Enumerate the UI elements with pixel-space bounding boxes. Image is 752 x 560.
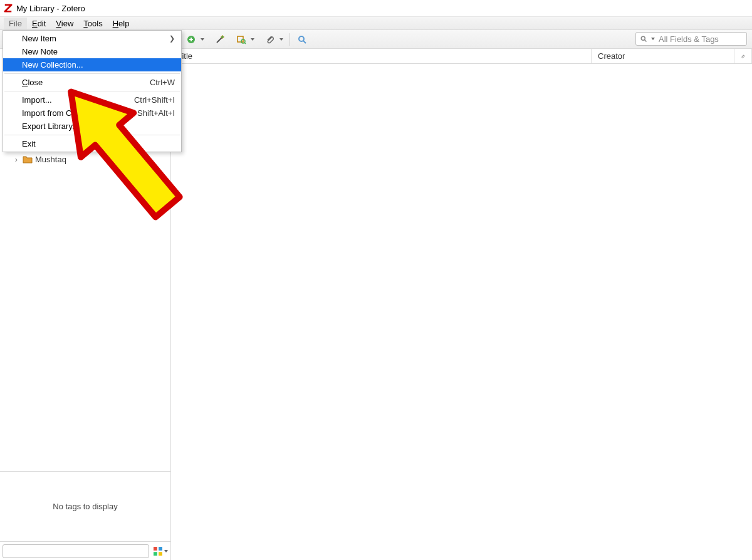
svg-rect-2 <box>238 36 243 42</box>
attachment-button[interactable] <box>264 34 276 45</box>
tags-empty-label: No tags to display <box>53 502 117 511</box>
search-box[interactable] <box>635 32 747 46</box>
search-mode-dropdown[interactable] <box>651 38 655 40</box>
svg-rect-8 <box>154 552 157 556</box>
lookup-dropdown[interactable] <box>251 38 254 41</box>
folder-icon <box>23 155 33 163</box>
svg-rect-6 <box>154 547 157 551</box>
column-title[interactable]: Title <box>171 49 592 63</box>
svg-point-4 <box>299 36 304 41</box>
menu-edit[interactable]: Edit <box>27 18 51 29</box>
attachment-icon <box>741 53 745 60</box>
column-creator[interactable]: Creator <box>592 49 734 63</box>
menu-new-collection[interactable]: New Collection... <box>3 58 181 71</box>
window-title: My Library - Zotero <box>16 4 85 13</box>
tag-selector: No tags to display <box>0 471 170 541</box>
items-pane: Title Creator <box>171 49 752 560</box>
menu-separator <box>4 91 180 91</box>
menu-export-library[interactable]: Export Library... <box>3 120 181 133</box>
tag-filter-input[interactable] <box>3 544 149 558</box>
toolbar-separator <box>290 33 290 46</box>
menu-import-clipboard[interactable]: Import from Clipboard Ctrl+Shift+Alt+I <box>3 106 181 120</box>
lookup-button[interactable] <box>236 34 247 45</box>
menu-file[interactable]: File <box>4 18 27 29</box>
search-input[interactable] <box>659 34 752 44</box>
advanced-search-button[interactable] <box>296 34 308 45</box>
svg-rect-9 <box>159 552 162 556</box>
file-menu-dropdown: New Item ❯ New Note New Collection... Cl… <box>3 30 182 152</box>
search-icon <box>640 35 647 43</box>
new-item-button[interactable] <box>185 34 197 45</box>
attachment-dropdown[interactable] <box>279 38 283 41</box>
collection-row[interactable]: › Mushtaq <box>0 153 170 165</box>
menu-exit[interactable]: Exit <box>3 137 181 150</box>
menu-separator <box>4 73 180 74</box>
column-headers: Title Creator <box>171 49 752 64</box>
menu-import[interactable]: Import... Ctrl+Shift+I <box>3 93 181 106</box>
menu-help[interactable]: Help <box>108 18 135 29</box>
tag-menu-dropdown[interactable] <box>164 550 168 552</box>
menu-new-note[interactable]: New Note <box>3 45 181 58</box>
window-titlebar: My Library - Zotero <box>0 0 752 16</box>
tree-twisty-icon[interactable]: › <box>13 155 20 164</box>
menu-tools[interactable]: Tools <box>78 18 107 29</box>
tag-filter-bar <box>0 541 170 560</box>
zotero-app-icon <box>4 4 13 13</box>
svg-point-5 <box>641 36 645 40</box>
collection-label: Mushtaq <box>35 155 66 164</box>
menubar: File Edit View Tools Help <box>0 16 752 30</box>
menu-separator <box>4 135 180 135</box>
menu-close[interactable]: Close Ctrl+W <box>3 76 181 89</box>
items-list-empty <box>171 64 752 560</box>
submenu-arrow-icon: ❯ <box>169 34 175 43</box>
column-attachment[interactable] <box>734 49 752 63</box>
tag-color-menu-icon[interactable] <box>153 547 163 556</box>
svg-rect-7 <box>159 547 162 551</box>
magic-wand-button[interactable] <box>214 34 226 45</box>
menu-view[interactable]: View <box>51 18 78 29</box>
menu-new-item[interactable]: New Item ❯ <box>3 32 181 45</box>
new-item-dropdown[interactable] <box>201 38 204 41</box>
